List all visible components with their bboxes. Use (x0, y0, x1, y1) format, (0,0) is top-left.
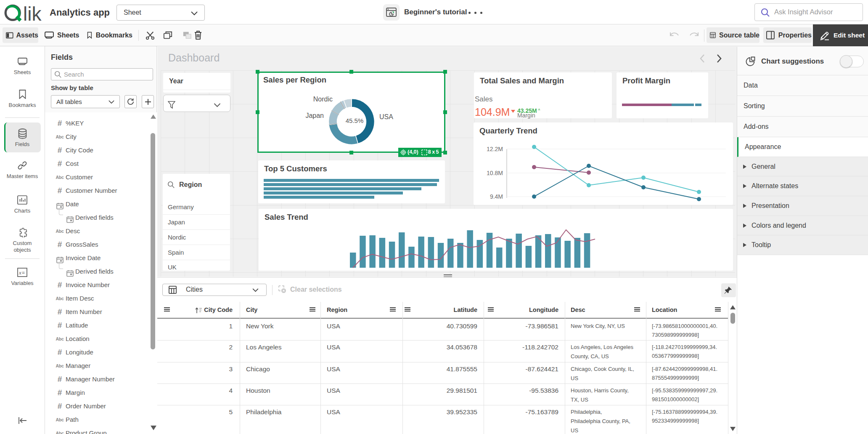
svg-text:=: = (22, 270, 25, 276)
svg-text:Nordic: Nordic (313, 96, 333, 103)
svg-text:12.2M: 12.2M (487, 146, 503, 152)
svg-text:45.5%: 45.5% (346, 117, 364, 124)
svg-text:x: x (19, 269, 21, 276)
svg-text:10.8M: 10.8M (487, 170, 503, 176)
svg-text:lik: lik (23, 3, 42, 23)
svg-text:9.4M: 9.4M (490, 193, 503, 200)
svg-text:Japan: Japan (305, 112, 324, 119)
svg-text:USA: USA (379, 113, 393, 120)
